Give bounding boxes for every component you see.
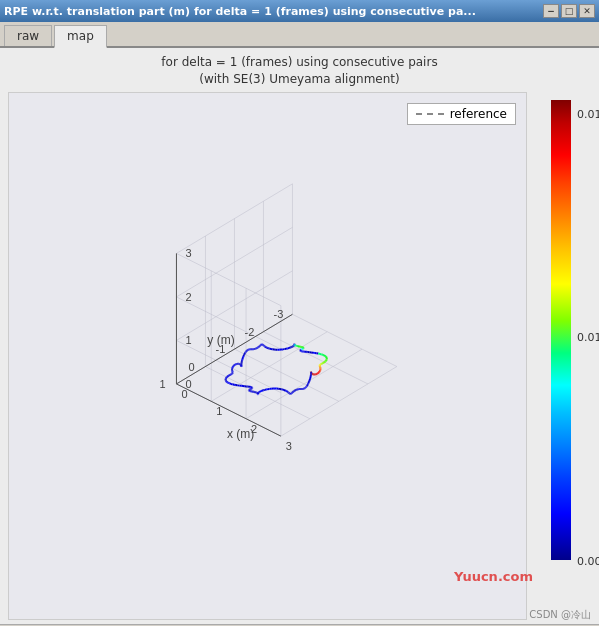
csdn-credit: CSDN @冷山 [529,608,591,622]
tab-raw[interactable]: raw [4,25,52,46]
legend-line-icon [416,113,444,115]
colorbar [551,100,571,560]
plot-container: reference [8,92,527,620]
title-bar: RPE w.r.t. translation part (m) for delt… [0,0,599,22]
legend-box: reference [407,103,516,125]
window-title: RPE w.r.t. translation part (m) for delt… [4,5,476,18]
legend-label: reference [450,107,507,121]
colorbar-labels: 0.019 0.010 0.000 [577,108,599,568]
main-content: for delta = 1 (frames) using consecutive… [0,48,599,624]
tab-map[interactable]: map [54,25,107,48]
chart-title: for delta = 1 (frames) using consecutive… [8,54,591,88]
minimize-button[interactable]: − [543,4,559,18]
colorbar-mid-label: 0.010 [577,331,599,344]
colorbar-container: 0.019 0.010 0.000 [531,92,591,620]
close-button[interactable]: ✕ [579,4,595,18]
colorbar-max-label: 0.019 [577,108,599,121]
trajectory-canvas [9,93,526,619]
tab-bar: raw map [0,22,599,48]
colorbar-min-label: 0.000 [577,555,599,568]
maximize-button[interactable]: □ [561,4,577,18]
